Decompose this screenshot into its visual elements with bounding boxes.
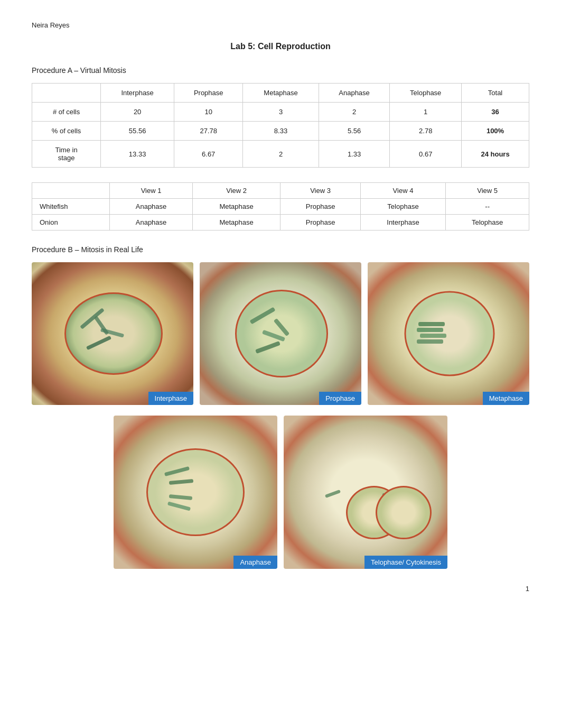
cell-image-interphase: [32, 262, 193, 405]
images-top-row: Interphase Prophase Metaphase: [32, 262, 529, 405]
label-badge-anaphase: Anaphase: [233, 556, 277, 569]
cell-image-anaphase: [114, 416, 277, 569]
image-metaphase-container: Metaphase: [368, 262, 529, 405]
label-badge-telophase: Telophase/ Cytokinesis: [364, 556, 447, 569]
row-label: % of cells: [32, 122, 101, 141]
label-badge-prophase: Prophase: [319, 392, 361, 405]
col-view1: View 1: [110, 183, 192, 199]
image-prophase-container: Prophase: [200, 262, 361, 405]
mitosis-data-table: Interphase Prophase Metaphase Anaphase T…: [32, 83, 529, 168]
cell-image-telophase: [284, 416, 447, 569]
col-metaphase: Metaphase: [243, 84, 319, 103]
label-badge-interphase: Interphase: [148, 392, 193, 405]
table-row: Onion Anaphase Metaphase Prophase Interp…: [32, 215, 529, 231]
cell-image-metaphase: [368, 262, 529, 405]
images-bottom-row: Anaphase Telophase/ Cytokinesis: [32, 416, 529, 569]
table-row: Time instage 13.33 6.67 2 1.33 0.67 24 h…: [32, 141, 529, 168]
image-anaphase-container: Anaphase: [114, 416, 277, 569]
page-number: 1: [32, 585, 529, 593]
table-row: # of cells 20 10 3 2 1 36: [32, 103, 529, 122]
image-interphase-container: Interphase: [32, 262, 193, 405]
table-row: Whitefish Anaphase Metaphase Prophase Te…: [32, 199, 529, 215]
col-view2: View 2: [192, 183, 280, 199]
col-view3: View 3: [280, 183, 360, 199]
row-label-onion: Onion: [32, 215, 110, 231]
col-total: Total: [462, 84, 529, 103]
view-phases-table: View 1 View 2 View 3 View 4 View 5 White…: [32, 182, 529, 231]
row-label: Time instage: [32, 141, 101, 168]
author: Neira Reyes: [32, 21, 529, 29]
table-row: % of cells 55.56 27.78 8.33 5.56 2.78 10…: [32, 122, 529, 141]
section-b-title: Procedure B – Mitosis in Real Life: [32, 245, 529, 254]
label-badge-metaphase: Metaphase: [483, 392, 529, 405]
col-anaphase: Anaphase: [319, 84, 390, 103]
col-interphase: Interphase: [101, 84, 174, 103]
cell-image-prophase: [200, 262, 361, 405]
row-label-whitefish: Whitefish: [32, 199, 110, 215]
col-view5: View 5: [446, 183, 529, 199]
row-label: # of cells: [32, 103, 101, 122]
section-a-title: Procedure A – Virtual Mitosis: [32, 66, 529, 75]
col-view4: View 4: [360, 183, 446, 199]
image-telophase-container: Telophase/ Cytokinesis: [284, 416, 447, 569]
page-title: Lab 5: Cell Reproduction: [32, 42, 529, 51]
col-prophase: Prophase: [174, 84, 243, 103]
col-telophase: Telophase: [390, 84, 462, 103]
